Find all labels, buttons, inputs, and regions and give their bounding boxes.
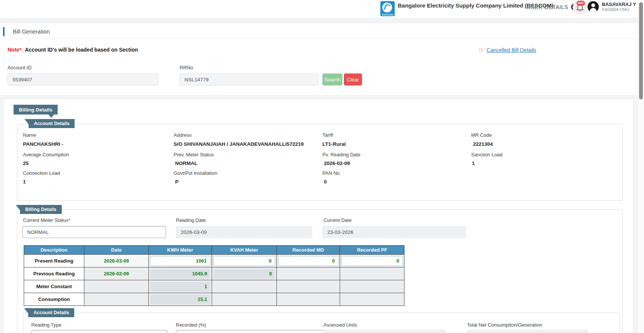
col-date: Date [84, 246, 149, 255]
billing-details-section-ribbon: Billing Details [14, 105, 58, 115]
row-label: Previous Reading [24, 267, 84, 280]
previous-kwh-input: 1045.9 [150, 269, 210, 279]
field-value: NORMAL [175, 160, 197, 166]
present-kwh-input[interactable]: 1061 [150, 256, 210, 266]
cancelled-bill-details: ☞ Cancelled Bill Details [478, 47, 536, 53]
reading-date-input: 2026-03-09 [176, 226, 312, 238]
notification-count-badge: 896 [577, 1, 585, 6]
user-name: BASAVARAJ Y T [602, 2, 640, 7]
current-meter-status-label: Current Meter Status* [23, 217, 70, 223]
consumption-kwh-cell: 15.1 [149, 293, 212, 306]
logo-text: BESCOM [380, 14, 395, 16]
user-menu[interactable]: BASAVARAJ Y T KADABA OMU [588, 1, 640, 12]
reading-date-label: Reading Date [176, 217, 206, 223]
constant-kwh-input: 1 [150, 282, 210, 292]
user-text-block: BASAVARAJ Y T KADABA OMU [602, 2, 640, 12]
title-accent-bar [3, 27, 5, 36]
page-title: Bill Generation [13, 28, 50, 35]
previous-kvah-cell: 0 [212, 267, 277, 280]
row-label: Consumption [24, 293, 84, 306]
note-row: Note*: Account ID's will be loaded based… [0, 46, 637, 54]
note-prefix: Note*: [8, 47, 23, 53]
field-label: Connection Load [23, 170, 60, 176]
previous-pf-cell [340, 267, 404, 280]
reading-type-label: Reading Type [31, 322, 61, 328]
current-date-label: Current Date [324, 217, 351, 223]
field-value: P [175, 179, 179, 185]
present-kvah-cell: 0 [212, 255, 277, 267]
total-net-consumption-input [467, 330, 588, 333]
consumption-kwh-input: 15.1 [150, 295, 210, 304]
row-label: Present Reading [24, 255, 84, 267]
clear-button[interactable]: Clear [344, 73, 362, 86]
previous-date-cell: 2026-02-09 [84, 267, 149, 280]
account-id-label: Account ID [8, 65, 32, 70]
rrno-input[interactable]: NSL14779 [180, 73, 318, 86]
present-date-cell: 2026-03-09 [84, 255, 149, 267]
scrollbar-thumb[interactable] [639, 2, 643, 99]
previous-kvah-input: 0 [214, 269, 275, 279]
present-pf-input[interactable]: 0 [342, 256, 403, 266]
present-date-value: 2026-03-09 [104, 258, 129, 264]
field-value: 1 [472, 160, 475, 166]
rrno-label: RRNo [180, 65, 193, 70]
assessed-units-input [324, 330, 446, 333]
scrollbar-track [638, 0, 644, 333]
constant-md-cell [277, 280, 340, 293]
cancelled-bill-details-link[interactable]: Cancelled Bill Details [487, 47, 536, 53]
field-label: Sanction Load [471, 152, 502, 157]
field-value: 1 [23, 179, 26, 185]
field-label: Govt/Pvt Installation [174, 170, 217, 176]
field-label: MR Code [471, 132, 492, 138]
hand-pointer-icon: ☞ [478, 47, 485, 53]
field-value: 0 [324, 179, 327, 185]
field-label: PAN No [322, 170, 340, 176]
required-asterisk: * [69, 217, 70, 223]
consumption-kvah-cell [212, 293, 277, 306]
bill-generation-screen: BESCOM Bangalore Electricity Supply Comp… [0, 0, 644, 333]
present-pf-cell: 0 [340, 255, 404, 267]
consumption-md-cell [277, 293, 340, 306]
col-kwh-meter: KWH Meter [149, 246, 212, 255]
previous-md-cell [277, 267, 340, 280]
field-value: LT1-Rural [322, 141, 346, 147]
col-recorded-pf: Recorded PF [340, 246, 404, 255]
avatar-icon [588, 1, 599, 12]
present-md-cell: 0 [277, 255, 340, 267]
col-kvah-meter: KVAH Meter [212, 246, 277, 255]
table-header-row: Description Date KWH Meter KVAH Meter Re… [24, 246, 404, 255]
current-meter-status-select[interactable]: NORMAL [22, 226, 166, 238]
col-recorded-md: Recorded MD [277, 246, 340, 255]
search-section: Bill Generation Note*: Account ID's will… [0, 23, 637, 95]
consumption-pf-cell [340, 293, 404, 306]
field-value: PANCHAKSHRI - [23, 141, 63, 147]
reading-type-input[interactable] [31, 330, 168, 333]
account-details-fieldset [17, 124, 623, 201]
account-details-ribbon: Account Details [29, 119, 75, 128]
constant-kvah-cell [212, 280, 277, 293]
table-row-meter-constant: Meter Constant 1 [24, 280, 404, 293]
field-label: Average Conumption [23, 152, 69, 157]
field-label: Pv. Reading Date [322, 152, 360, 157]
present-kwh-cell: 1061 [149, 255, 212, 267]
previous-kwh-cell: 1045.9 [149, 267, 212, 280]
current-meter-status-text: Current Meter Status [23, 217, 69, 223]
user-details-dropdown[interactable]: USER DETAILS [526, 4, 577, 10]
search-button[interactable]: Search [322, 73, 342, 86]
app-header: BESCOM Bangalore Electricity Supply Comp… [0, 0, 644, 18]
table-row-previous-reading: Previous Reading 2026-02-09 1045.9 0 [24, 267, 404, 280]
account-details-2-ribbon: Account Details [28, 308, 74, 317]
recorded-pct-input[interactable] [176, 330, 332, 333]
field-value: 2026-02-09 [324, 160, 350, 166]
constant-pf-cell [340, 280, 404, 293]
present-kvah-input[interactable]: 0 [214, 256, 275, 266]
field-label: Address [174, 132, 192, 138]
account-id-input[interactable]: 5539407 [8, 73, 158, 86]
present-md-input[interactable]: 0 [278, 256, 338, 266]
note-text: Account ID's will be loaded based on Sec… [25, 47, 138, 53]
field-label: Name [23, 132, 36, 138]
page-title-bar: Bill Generation [0, 23, 637, 39]
field-label: Prev. Meter Status [174, 152, 214, 157]
table-row-present-reading: Present Reading 2026-03-09 1061 0 0 0 [24, 255, 404, 267]
field-value: 2221304 [473, 141, 493, 147]
